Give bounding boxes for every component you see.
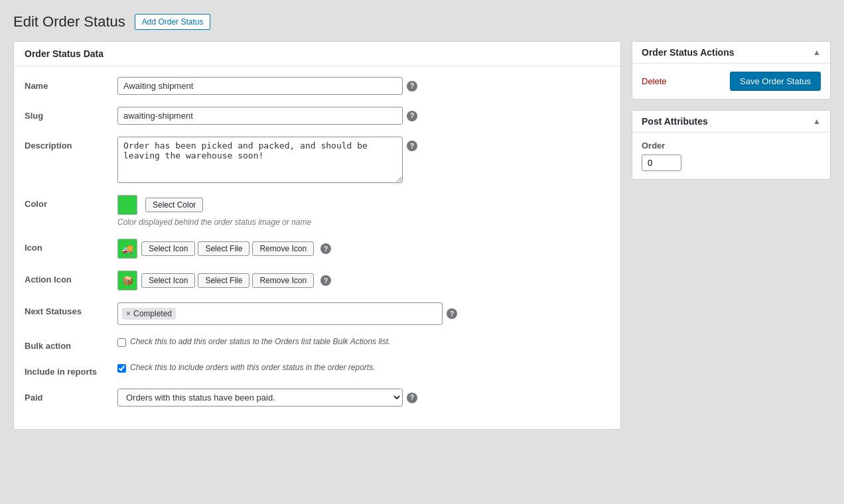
actions-title: Order Status Actions: [642, 47, 735, 58]
bulk-action-row: Bulk action Check this to add this order…: [25, 337, 610, 351]
action-icon-help-icon: ?: [320, 275, 331, 286]
icon-label: Icon: [25, 239, 117, 253]
description-field: Order has been picked and packed, and sh…: [117, 137, 610, 183]
paid-select[interactable]: Orders with this status have been paid. …: [117, 389, 403, 407]
actions-row: Delete Save Order Status: [642, 72, 821, 91]
icon-remove-icon-button[interactable]: Remove Icon: [252, 241, 314, 256]
paid-row: Paid Orders with this status have been p…: [25, 389, 610, 407]
name-field: ?: [117, 77, 610, 95]
delete-link[interactable]: Delete: [642, 76, 667, 86]
order-input[interactable]: [642, 155, 681, 171]
truck-icon: 🚚: [122, 243, 133, 254]
include-reports-text: Check this to include orders with this o…: [130, 363, 376, 372]
action-icon-preview: 📦: [117, 271, 137, 290]
icon-help-icon: ?: [320, 243, 331, 254]
post-attributes-body: Order: [632, 133, 830, 179]
bulk-action-checkbox[interactable]: [117, 338, 126, 347]
main-panel-title: Order Status Data: [14, 42, 620, 66]
description-label: Description: [25, 137, 117, 151]
name-input[interactable]: [117, 77, 403, 95]
next-statuses-row: Next Statuses × Completed: [25, 302, 610, 325]
include-reports-field: Check this to include orders with this o…: [117, 363, 610, 373]
action-icon-row: Action Icon 📦 Select Icon Select File Re…: [25, 271, 610, 290]
tag-remove-completed[interactable]: ×: [126, 309, 131, 318]
color-swatch: [117, 195, 137, 215]
include-reports-label: Include in reports: [25, 363, 117, 377]
save-order-status-button[interactable]: Save Order Status: [730, 72, 821, 91]
actions-box: Order Status Actions ▲ Delete Save Order…: [632, 41, 831, 99]
bulk-action-text: Check this to add this order status to t…: [130, 337, 390, 346]
sidebar: Order Status Actions ▲ Delete Save Order…: [632, 41, 831, 180]
icon-row: Icon 🚚 Select Icon Select File Remove Ic…: [25, 239, 610, 259]
color-label: Color: [25, 195, 117, 209]
paid-label: Paid: [25, 389, 117, 403]
slug-field: ?: [117, 107, 610, 125]
bulk-action-field: Check this to add this order status to t…: [117, 337, 610, 347]
post-attributes-box: Post Attributes ▲ Order: [632, 110, 831, 180]
name-label: Name: [25, 77, 117, 91]
action-icon-label: Action Icon: [25, 271, 117, 284]
completed-tag: × Completed: [122, 308, 176, 320]
main-panel-body: Name ? Slug ?: [14, 66, 620, 429]
add-order-status-button[interactable]: Add Order Status: [135, 14, 211, 30]
description-textarea[interactable]: Order has been picked and packed, and sh…: [117, 137, 403, 183]
post-attributes-title: Post Attributes: [642, 116, 708, 127]
post-attributes-collapse-arrow[interactable]: ▲: [813, 117, 821, 126]
name-help-icon: ?: [407, 81, 417, 92]
action-icon-field: 📦 Select Icon Select File Remove Icon ?: [117, 271, 610, 290]
next-statuses-field: × Completed ?: [117, 302, 610, 325]
box-icon: 📦: [122, 275, 133, 286]
paid-help-icon: ?: [407, 393, 417, 403]
icon-select-file-button[interactable]: Select File: [198, 241, 249, 256]
order-label: Order: [642, 141, 821, 151]
icon-preview: 🚚: [117, 239, 137, 259]
page-title: Edit Order Status: [13, 13, 125, 31]
paid-field: Orders with this status have been paid. …: [117, 389, 610, 407]
bulk-action-label: Bulk action: [25, 337, 117, 351]
color-row: Color Select Color Color displayed behin…: [25, 195, 610, 227]
actions-box-header: Order Status Actions ▲: [632, 42, 830, 64]
next-statuses-multiselect[interactable]: × Completed: [117, 302, 443, 325]
actions-collapse-arrow[interactable]: ▲: [813, 48, 821, 57]
name-row: Name ?: [25, 77, 610, 95]
action-icon-select-file-button[interactable]: Select File: [198, 273, 249, 288]
actions-box-body: Delete Save Order Status: [632, 64, 830, 99]
color-hint: Color displayed behind the order status …: [117, 218, 610, 227]
slug-input[interactable]: [117, 107, 403, 125]
slug-help-icon: ?: [407, 111, 417, 121]
next-statuses-help-icon: ?: [447, 308, 457, 319]
select-color-button[interactable]: Select Color: [145, 198, 203, 212]
description-row: Description Order has been picked and pa…: [25, 137, 610, 183]
include-reports-checkbox[interactable]: [117, 364, 126, 373]
action-icon-remove-icon-button[interactable]: Remove Icon: [252, 273, 314, 288]
next-statuses-label: Next Statuses: [25, 302, 117, 316]
include-reports-row: Include in reports Check this to include…: [25, 363, 610, 377]
icon-select-icon-button[interactable]: Select Icon: [141, 241, 195, 256]
slug-label: Slug: [25, 107, 117, 121]
color-field: Select Color Color displayed behind the …: [117, 195, 610, 227]
slug-row: Slug ?: [25, 107, 610, 125]
description-help-icon: ?: [407, 141, 417, 151]
action-icon-select-icon-button[interactable]: Select Icon: [141, 273, 195, 288]
icon-field: 🚚 Select Icon Select File Remove Icon ?: [117, 239, 610, 259]
post-attributes-header: Post Attributes ▲: [632, 111, 830, 133]
main-panel: Order Status Data Name ? Slug: [13, 41, 621, 430]
tag-label-completed: Completed: [133, 309, 172, 318]
